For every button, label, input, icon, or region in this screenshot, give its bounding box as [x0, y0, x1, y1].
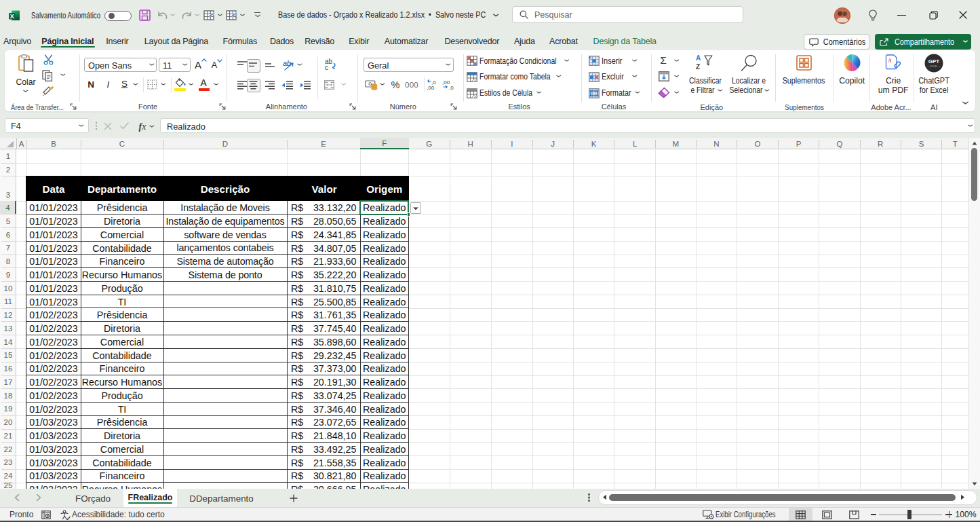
svg-text:X: X — [10, 12, 14, 19]
